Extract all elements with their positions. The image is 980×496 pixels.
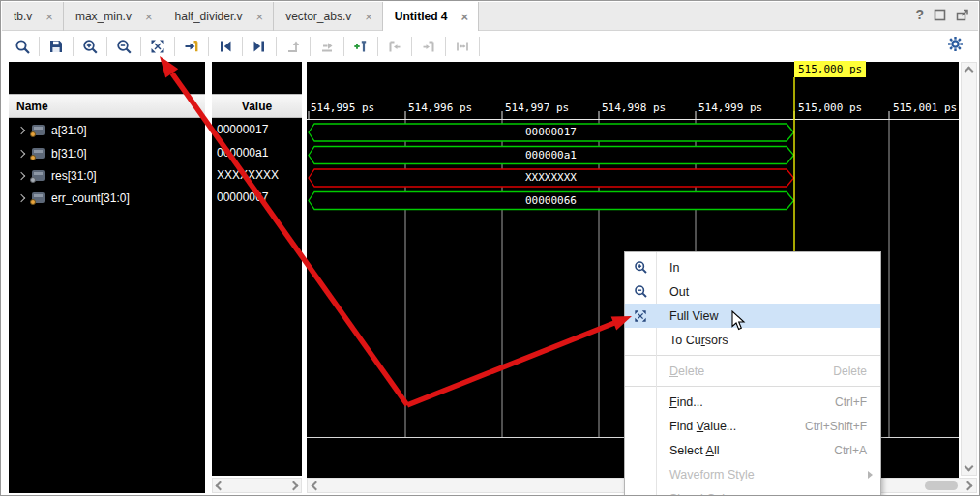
save-icon[interactable]: [44, 35, 69, 58]
bus-value-label: 00000017: [307, 126, 795, 139]
zoom-in-icon: [625, 260, 656, 275]
zoom-fit-icon: [625, 309, 656, 323]
waveform-toolbar: [2, 32, 978, 61]
tab-label: tb.v: [14, 10, 32, 23]
bus-icon: [32, 192, 45, 203]
value-column-header[interactable]: Value: [212, 94, 302, 118]
gear-icon[interactable]: [946, 35, 965, 57]
tab-label: max_min.v: [75, 10, 132, 23]
menu-separator: [625, 386, 880, 387]
window-controls: ?: [915, 7, 969, 22]
scrollbar-thumb[interactable]: [925, 481, 958, 490]
tab-max-min-v[interactable]: max_min.v ×: [64, 2, 163, 31]
toolbar-separator: [479, 37, 480, 56]
menu-item-find-value[interactable]: Find Value... Ctrl+Shift+F: [625, 414, 880, 438]
tab-label: vector_abs.v: [285, 10, 351, 23]
bus-value-label: 00000066: [307, 194, 795, 208]
scroll-right-icon[interactable]: [289, 481, 299, 491]
name-column-header[interactable]: Name: [9, 94, 205, 118]
zoom-fit-icon[interactable]: [145, 35, 170, 58]
add-marker-icon[interactable]: [348, 35, 373, 58]
waveform-context-menu: In Out Full View To Cursors Delete Delet…: [624, 251, 881, 496]
signal-name: a[31:0]: [51, 124, 87, 137]
toolbar-separator: [310, 37, 311, 56]
scroll-left-icon[interactable]: [312, 481, 321, 491]
menu-item-label: Find Value...: [656, 420, 736, 433]
toolbar-separator: [208, 37, 209, 56]
bus-value-label: XXXXXXXX: [307, 171, 795, 185]
float-icon[interactable]: [956, 9, 969, 21]
menu-item-label: Out: [656, 285, 689, 299]
zoom-out-icon[interactable]: [111, 35, 136, 58]
menu-item-label: Signal Color: [656, 492, 735, 496]
toolbar-separator: [445, 37, 446, 56]
time-tick-label: 514,997 ps: [505, 102, 569, 115]
close-icon[interactable]: ×: [365, 11, 372, 23]
toolbar-separator: [276, 37, 277, 56]
scroll-left-icon[interactable]: [216, 481, 225, 491]
bus-icon: [32, 125, 45, 135]
time-tick-label: 514,998 ps: [602, 102, 666, 115]
menu-shortcut: Ctrl+A: [834, 444, 880, 457]
close-icon[interactable]: ×: [45, 11, 53, 23]
time-tick-label: 514,996 ps: [408, 102, 472, 115]
previous-marker-icon-disabled: [382, 35, 407, 58]
menu-item-waveform-style: Waveform Style: [625, 462, 880, 486]
menu-item-label: Delete: [656, 365, 704, 378]
tab-label: Untitled 4: [395, 10, 448, 23]
expand-chevron-icon[interactable]: [17, 193, 25, 201]
bus-icon: [32, 148, 45, 159]
menu-shortcut: Ctrl+Shift+F: [805, 420, 880, 433]
menu-item-zoom-in[interactable]: In: [625, 255, 880, 279]
expand-chevron-icon[interactable]: [17, 126, 25, 133]
close-icon[interactable]: ×: [461, 11, 469, 23]
menu-item-select-all[interactable]: Select All Ctrl+A: [625, 438, 880, 462]
menu-item-full-view[interactable]: Full View: [625, 304, 880, 328]
search-icon[interactable]: [10, 35, 35, 58]
signal-row-a[interactable]: a[31:0]: [9, 119, 205, 141]
signal-value: XXXXXXXX: [217, 164, 279, 187]
menu-item-to-cursors[interactable]: To Cursors: [625, 328, 880, 352]
scroll-up-icon[interactable]: [965, 67, 974, 76]
expand-chevron-icon[interactable]: [17, 171, 25, 179]
previous-transition-icon[interactable]: [213, 35, 238, 58]
toolbar-separator: [411, 37, 412, 56]
zoom-in-icon[interactable]: [77, 35, 103, 58]
close-icon[interactable]: ×: [256, 11, 264, 23]
menu-item-label: To Cursors: [656, 334, 728, 347]
close-icon[interactable]: ×: [145, 11, 153, 23]
signal-row-err-count[interactable]: err_count[31:0]: [9, 187, 205, 209]
time-tick-label: 514,995 ps: [311, 102, 374, 115]
waveform-vertical-scrollbar[interactable]: [961, 62, 977, 476]
next-marker-icon-disabled: [416, 35, 441, 58]
tab-untitled-4[interactable]: Untitled 4 ×: [383, 2, 479, 31]
menu-item-zoom-out[interactable]: Out: [625, 279, 880, 304]
menu-item-label: Select All: [656, 444, 719, 457]
help-icon[interactable]: ?: [915, 7, 924, 22]
signal-row-b[interactable]: b[31:0]: [9, 142, 205, 164]
toolbar-separator: [242, 37, 243, 56]
cursor-time-flag[interactable]: 515,000 ps: [794, 61, 866, 77]
toolbar-separator: [106, 37, 107, 56]
signal-name: res[31:0]: [51, 169, 97, 183]
tab-tb-v[interactable]: tb.v ×: [2, 2, 64, 31]
toolbar-separator: [39, 37, 40, 56]
time-tick-label: 515,000 ps: [798, 102, 862, 115]
next-transition-icon[interactable]: [247, 35, 272, 58]
signal-row-res[interactable]: res[31:0]: [9, 164, 205, 187]
menu-item-label: Find...: [656, 395, 703, 409]
expand-chevron-icon[interactable]: [17, 149, 25, 157]
tab-half-divider-v[interactable]: half_divider.v ×: [163, 2, 275, 31]
value-horizontal-scrollbar[interactable]: [212, 478, 302, 493]
menu-item-find[interactable]: Find... Ctrl+F: [625, 390, 880, 414]
go-to-time-icon[interactable]: [179, 35, 204, 58]
move-cursor-icon-disabled: [314, 35, 340, 58]
signal-value: 000000a1: [217, 142, 268, 164]
tab-vector-abs-v[interactable]: vector_abs.v ×: [274, 2, 383, 31]
bus-value-label: 000000a1: [307, 149, 795, 162]
scroll-right-icon[interactable]: [964, 481, 973, 491]
maximize-icon[interactable]: [934, 9, 946, 21]
signal-name: b[31:0]: [51, 147, 87, 160]
menu-separator: [625, 355, 880, 356]
scroll-down-icon[interactable]: [965, 462, 974, 472]
